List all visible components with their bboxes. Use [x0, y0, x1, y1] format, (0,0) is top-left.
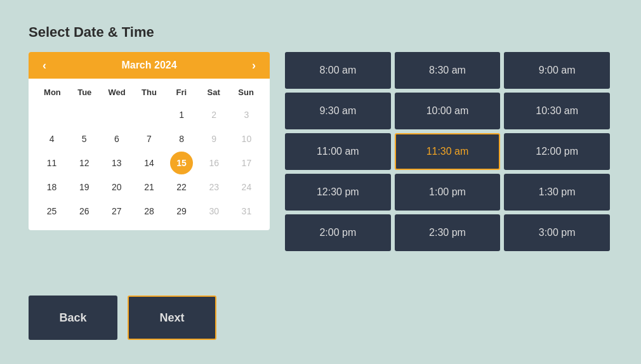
- calendar-day[interactable]: 29: [170, 200, 193, 223]
- calendar-day[interactable]: 28: [138, 200, 161, 223]
- time-grid: 8:00 am8:30 am9:00 am9:30 am10:00 am10:3…: [285, 52, 612, 251]
- calendar-day[interactable]: 15: [170, 152, 193, 174]
- calendar-day: 23: [202, 176, 225, 198]
- time-slot[interactable]: 8:00 am: [285, 52, 391, 89]
- calendar-day: 3: [235, 103, 258, 126]
- calendar-day: 24: [235, 176, 258, 198]
- calendar-day: 17: [235, 152, 258, 174]
- main-content: ‹ March 2024 › MonTueWedThuFriSatSun 123…: [29, 52, 612, 280]
- calendar-day: 30: [202, 200, 225, 223]
- time-slot[interactable]: 9:00 am: [504, 52, 610, 89]
- calendar-day[interactable]: 20: [105, 176, 128, 198]
- calendar-day: [41, 103, 63, 126]
- calendar-day[interactable]: 6: [105, 127, 128, 150]
- calendar-day[interactable]: 8: [170, 127, 193, 150]
- time-slot[interactable]: 2:30 pm: [395, 214, 501, 251]
- time-slot[interactable]: 8:30 am: [395, 52, 501, 89]
- calendar-header: ‹ March 2024 ›: [29, 52, 270, 79]
- calendar-days: 1234567891011121314151617181920212223242…: [36, 103, 262, 223]
- calendar-day[interactable]: 11: [41, 152, 63, 174]
- time-slot[interactable]: 1:30 pm: [504, 174, 610, 211]
- calendar-weekday-label: Sat: [197, 84, 230, 101]
- page-title: Select Date & Time: [29, 24, 612, 41]
- calendar-weekday-label: Fri: [165, 84, 197, 101]
- calendar-day[interactable]: 7: [138, 127, 161, 150]
- calendar-day[interactable]: 4: [41, 127, 63, 150]
- time-slots-scroll[interactable]: 8:00 am8:30 am9:00 am9:30 am10:00 am10:3…: [285, 52, 612, 280]
- calendar-weekday-label: Mon: [36, 84, 69, 101]
- back-button[interactable]: Back: [29, 296, 117, 340]
- calendar-day[interactable]: 25: [41, 200, 63, 223]
- calendar-day: 2: [202, 103, 225, 126]
- next-button[interactable]: Next: [128, 296, 216, 340]
- time-slots-panel: 8:00 am8:30 am9:00 am9:30 am10:00 am10:3…: [285, 52, 612, 280]
- calendar-weekday-label: Thu: [133, 84, 166, 101]
- calendar-day: 9: [202, 127, 225, 150]
- calendar-day: 10: [235, 127, 258, 150]
- calendar-weekdays: MonTueWedThuFriSatSun: [36, 84, 262, 101]
- calendar-day[interactable]: 14: [138, 152, 161, 174]
- calendar-day[interactable]: 22: [170, 176, 193, 198]
- time-slot[interactable]: 2:00 pm: [285, 214, 391, 251]
- time-slot[interactable]: 11:00 am: [285, 133, 391, 170]
- calendar-day[interactable]: 13: [105, 152, 128, 174]
- time-slot[interactable]: 12:30 pm: [285, 174, 391, 211]
- time-slot[interactable]: 12:00 pm: [504, 133, 610, 170]
- calendar-weekday-label: Tue: [69, 84, 101, 101]
- time-slot[interactable]: 3:00 pm: [504, 214, 610, 251]
- calendar-grid: MonTueWedThuFriSatSun 123456789101112131…: [29, 79, 270, 230]
- calendar-day: [138, 103, 161, 126]
- calendar-day[interactable]: 1: [170, 103, 193, 126]
- time-slot[interactable]: 1:00 pm: [395, 174, 501, 211]
- calendar-day: 31: [235, 200, 258, 223]
- calendar-day: 16: [202, 152, 225, 174]
- calendar-day[interactable]: 5: [73, 127, 96, 150]
- time-slot[interactable]: 9:30 am: [285, 93, 391, 129]
- calendar: ‹ March 2024 › MonTueWedThuFriSatSun 123…: [29, 52, 270, 230]
- calendar-day: [105, 103, 128, 126]
- calendar-day: [73, 103, 96, 126]
- calendar-prev-button[interactable]: ‹: [39, 58, 50, 72]
- time-slot[interactable]: 10:00 am: [395, 93, 501, 129]
- time-slot[interactable]: 10:30 am: [504, 93, 610, 129]
- calendar-day[interactable]: 27: [105, 200, 128, 223]
- calendar-day[interactable]: 19: [73, 176, 96, 198]
- calendar-day[interactable]: 12: [73, 152, 96, 174]
- calendar-day[interactable]: 26: [73, 200, 96, 223]
- time-slot[interactable]: 11:30 am: [395, 133, 501, 170]
- calendar-day[interactable]: 18: [41, 176, 63, 198]
- calendar-weekday-label: Wed: [101, 84, 133, 101]
- calendar-day[interactable]: 21: [138, 176, 161, 198]
- calendar-weekday-label: Sun: [230, 84, 262, 101]
- calendar-month-label: March 2024: [121, 60, 176, 71]
- button-row: Back Next: [29, 296, 612, 340]
- calendar-next-button[interactable]: ›: [248, 58, 260, 72]
